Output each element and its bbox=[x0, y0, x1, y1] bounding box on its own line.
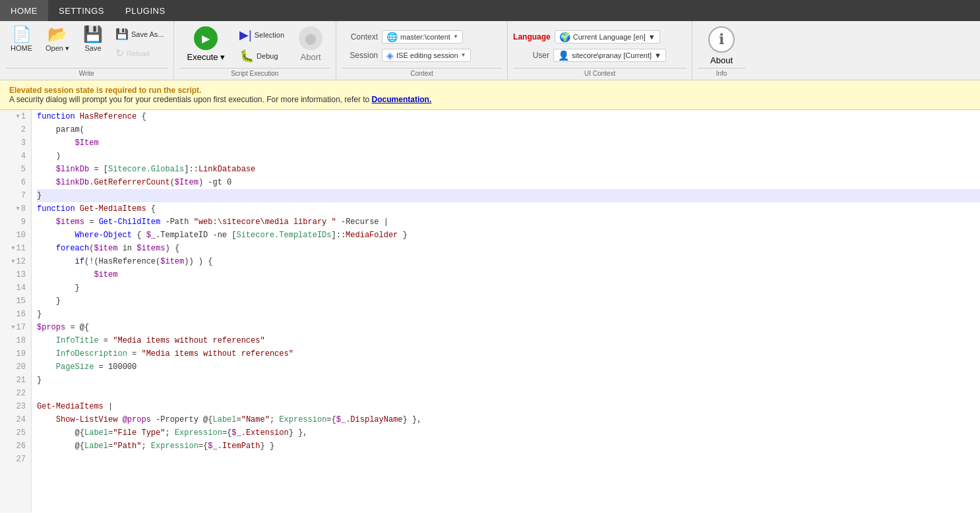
save-button[interactable]: 💾 Save bbox=[77, 24, 109, 55]
execution-buttons: ▶ Execute ▾ ▶| Selection 🐛 Debug ⬤ Abort bbox=[179, 24, 331, 68]
reload-button[interactable]: ↻ Reload bbox=[111, 45, 168, 61]
ribbon-group-write: 📄 HOME 📂 Open ▾ 💾 Save 💾 Save As... bbox=[0, 21, 174, 80]
session-caret-icon: ▼ bbox=[461, 52, 466, 58]
code-line-9[interactable]: $items = Get-ChildItem -Path "web:\sitec… bbox=[37, 215, 980, 229]
code-line-26[interactable]: @{Label="Path"; Expression={$_.ItemPath}… bbox=[37, 440, 980, 453]
code-line-4[interactable]: ) bbox=[37, 150, 980, 163]
line-number-20: 20 bbox=[0, 360, 31, 374]
execute-label: Execute ▾ bbox=[187, 52, 226, 62]
line-number-14: 14 bbox=[0, 281, 31, 295]
code-line-6[interactable]: $linkDb.GetReferrerCount($Item) -gt 0 bbox=[37, 176, 980, 189]
code-line-5[interactable]: $linkDb = [Sitecore.Globals]::LinkDataba… bbox=[37, 163, 980, 176]
execute-button[interactable]: ▶ Execute ▾ bbox=[179, 24, 233, 65]
fold-arrow-8[interactable]: ▼ bbox=[16, 202, 19, 215]
code-line-17[interactable]: $props = @{ bbox=[37, 321, 980, 334]
line-number-27: 27 bbox=[0, 453, 31, 466]
save-label: Save bbox=[84, 44, 101, 53]
code-line-19[interactable]: InfoDescription = "Media items without r… bbox=[37, 347, 980, 360]
line-number-17: ▼17 bbox=[0, 321, 31, 334]
code-content[interactable]: function HasReference { param( $Item ) $… bbox=[32, 110, 980, 513]
language-icon: 🌍 bbox=[559, 32, 570, 42]
line-number-8: ▼8 bbox=[0, 202, 31, 215]
save-as-button[interactable]: 💾 Save As... bbox=[111, 26, 168, 42]
fold-arrow-12[interactable]: ▼ bbox=[11, 255, 15, 268]
line-number-21: 21 bbox=[0, 374, 31, 387]
selection-label: Selection bbox=[255, 31, 284, 39]
code-line-27[interactable] bbox=[37, 453, 980, 466]
selection-icon: ▶| bbox=[239, 28, 252, 42]
nav-home[interactable]: HOME bbox=[0, 0, 48, 21]
code-line-11[interactable]: foreach($item in $items) { bbox=[37, 242, 980, 255]
line-number-16: 16 bbox=[0, 308, 31, 321]
code-line-24[interactable]: Show-ListView @props -Property @{Label="… bbox=[37, 413, 980, 426]
new-icon: 📄 bbox=[12, 26, 32, 42]
save-as-icon: 💾 bbox=[115, 28, 129, 40]
code-line-25[interactable]: @{Label="File Type"; Expression={$_.Exte… bbox=[37, 426, 980, 440]
context-value-text: master:\content bbox=[400, 33, 450, 41]
context-value-btn[interactable]: 🌐 master:\content ▼ bbox=[382, 30, 463, 43]
code-line-7[interactable]: } bbox=[37, 189, 980, 202]
code-line-15[interactable]: } bbox=[37, 295, 980, 308]
reload-icon: ↻ bbox=[115, 47, 124, 59]
code-line-10[interactable]: Where-Object { $_.TemplateID -ne [Siteco… bbox=[37, 229, 980, 242]
line-number-11: ▼11 bbox=[0, 242, 31, 255]
language-value-btn[interactable]: 🌍 Current Language [en] ▼ bbox=[555, 30, 660, 43]
code-line-21[interactable]: } bbox=[37, 374, 980, 387]
debug-label: Debug bbox=[257, 52, 278, 60]
session-icon: ◈ bbox=[386, 50, 394, 61]
code-line-23[interactable]: Get-MediaItems | bbox=[37, 400, 980, 413]
debug-button[interactable]: 🐛 Debug bbox=[235, 47, 288, 65]
line-number-7: 7 bbox=[0, 189, 31, 202]
warning-docs-link[interactable]: Documentation. bbox=[372, 95, 432, 104]
warning-title-text: Elevated session state is required to ru… bbox=[9, 86, 201, 95]
code-line-18[interactable]: InfoTitle = "Media items without referen… bbox=[37, 334, 980, 347]
fold-arrow-1[interactable]: ▼ bbox=[16, 110, 19, 123]
code-line-16[interactable]: } bbox=[37, 308, 980, 321]
code-line-3[interactable]: $Item bbox=[37, 136, 980, 150]
abort-button[interactable]: ⬤ Abort bbox=[291, 24, 330, 65]
code-line-1[interactable]: function HasReference { bbox=[37, 110, 980, 123]
code-line-12[interactable]: if(!(HasReference($item)) ) { bbox=[37, 255, 980, 268]
new-button[interactable]: 📄 HOME bbox=[5, 24, 38, 55]
session-value-btn[interactable]: ◈ ISE editing session ▼ bbox=[382, 49, 470, 62]
ribbon-group-execution: ▶ Execute ▾ ▶| Selection 🐛 Debug ⬤ Abort bbox=[174, 21, 337, 80]
open-label: Open ▾ bbox=[46, 44, 69, 53]
line-number-9: 9 bbox=[0, 215, 31, 229]
code-line-13[interactable]: $item bbox=[37, 268, 980, 281]
code-line-8[interactable]: function Get-MediaItems { bbox=[37, 202, 980, 215]
abort-icon: ⬤ bbox=[299, 26, 322, 50]
about-label: About bbox=[710, 55, 733, 65]
line-number-6: 6 bbox=[0, 176, 31, 189]
warning-banner: Elevated session state is required to ru… bbox=[0, 80, 980, 110]
context-row: Context 🌐 master:\content ▼ bbox=[342, 29, 463, 45]
context-label: Context bbox=[342, 32, 378, 42]
code-line-20[interactable]: PageSize = 100000 bbox=[37, 360, 980, 374]
fold-arrow-17[interactable]: ▼ bbox=[11, 321, 15, 334]
ui-context-buttons: Language 🌍 Current Language [en] ▼ User … bbox=[513, 24, 687, 68]
selection-button[interactable]: ▶| Selection bbox=[235, 26, 288, 43]
user-value-text: sitecore\pranay [Current] bbox=[572, 51, 652, 59]
new-label: HOME bbox=[11, 44, 32, 53]
user-caret-icon: ▼ bbox=[654, 51, 661, 59]
user-value-btn[interactable]: 👤 sitecore\pranay [Current] ▼ bbox=[553, 49, 666, 62]
open-button[interactable]: 📂 Open ▾ bbox=[40, 24, 75, 55]
code-line-14[interactable]: } bbox=[37, 281, 980, 295]
about-button[interactable]: ℹ About bbox=[698, 24, 745, 68]
line-number-2: 2 bbox=[0, 123, 31, 136]
session-label: Session bbox=[342, 51, 378, 60]
fold-arrow-11[interactable]: ▼ bbox=[11, 242, 15, 255]
nav-plugins[interactable]: PLUGINS bbox=[115, 0, 176, 21]
code-container: ▼1234567▼8910▼11▼1213141516▼171819202122… bbox=[0, 110, 980, 513]
line-number-4: 4 bbox=[0, 150, 31, 163]
language-row: Language 🌍 Current Language [en] ▼ bbox=[513, 29, 660, 45]
about-icon: ℹ bbox=[708, 26, 735, 53]
line-number-12: ▼12 bbox=[0, 255, 31, 268]
nav-settings[interactable]: SETTINGS bbox=[48, 0, 115, 21]
line-number-10: 10 bbox=[0, 229, 31, 242]
code-line-2[interactable]: param( bbox=[37, 123, 980, 136]
about-buttons: ℹ About bbox=[698, 24, 745, 68]
line-number-22: 22 bbox=[0, 387, 31, 400]
reload-label: Reload bbox=[127, 49, 150, 57]
line-number-24: 24 bbox=[0, 413, 31, 426]
code-line-22[interactable] bbox=[37, 387, 980, 400]
